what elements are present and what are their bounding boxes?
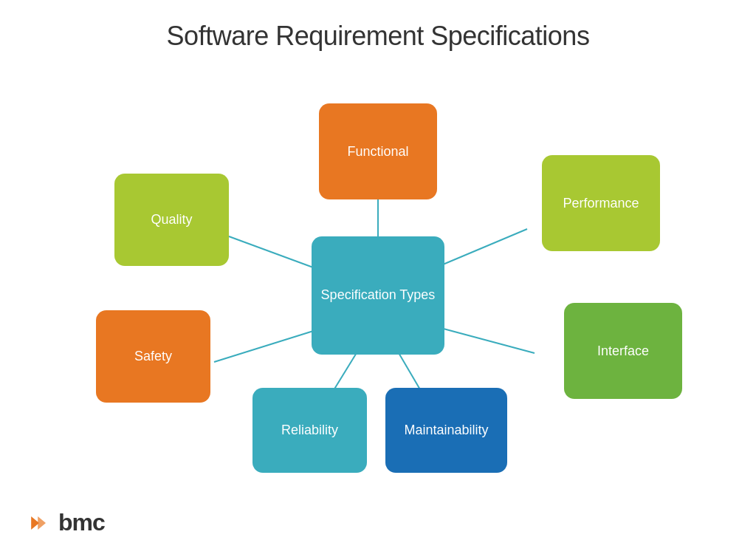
node-performance: Performance (542, 155, 660, 251)
center-node: Specification Types (312, 236, 444, 355)
bmc-brand-text: bmc (58, 509, 105, 536)
node-quality: Quality (114, 174, 229, 266)
node-functional: Functional (319, 103, 437, 199)
bmc-icon (26, 510, 52, 536)
diagram-area: Specification Types Functional Quality P… (0, 59, 756, 532)
node-interface: Interface (564, 303, 682, 399)
bmc-logo: bmc (26, 509, 105, 536)
svg-marker-8 (38, 516, 46, 530)
node-reliability: Reliability (252, 388, 367, 473)
node-maintainability: Maintainability (385, 388, 507, 473)
page-title: Software Requirement Specifications (0, 0, 756, 52)
node-safety: Safety (96, 310, 210, 403)
